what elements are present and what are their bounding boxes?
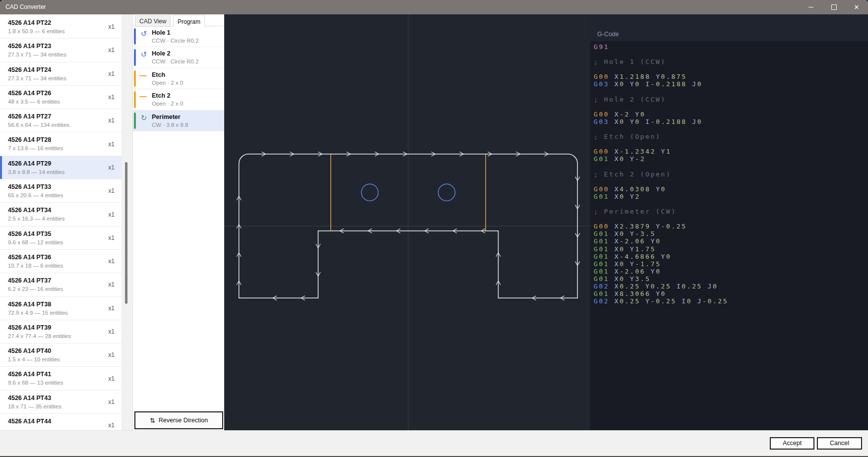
gcode-line <box>594 215 868 223</box>
cad-canvas[interactable] <box>224 14 590 430</box>
tab-cad-view[interactable]: CAD View <box>135 15 171 27</box>
gcode-line: G01 X-2.06 Y0 <box>594 237 868 245</box>
maximize-icon <box>831 4 837 10</box>
minimize-button[interactable] <box>800 0 822 14</box>
maximize-button[interactable] <box>822 0 845 14</box>
part-name: 4526 A14 PT37 <box>8 277 122 284</box>
part-dimensions: 72.9 x 4.9 — 15 entities <box>8 310 122 316</box>
app-window: CAD Converter ✕ 4526 A14 PT221.8 x 50.9 … <box>0 0 868 457</box>
operation-item[interactable]: Etch 2Open · 2 x 0 <box>133 89 224 110</box>
gcode-line: ; Etch 2 (Open) <box>594 171 868 178</box>
part-name: 4526 A14 PT29 <box>8 160 122 167</box>
gcode-line: G01 X8.3066 Y0 <box>594 290 868 297</box>
gcode-line: G00 X4.0308 Y0 <box>594 185 868 193</box>
gcode-line <box>594 103 868 111</box>
part-list-item[interactable]: 4526 A14 PT359.6 x 68 — 12 entitiesx1 <box>0 227 122 250</box>
part-quantity: x1 <box>108 187 115 194</box>
gcode-header: G-Code <box>597 31 619 38</box>
part-list-item[interactable]: 4526 A14 PT4318 x 71 — 35 entitiesx1 <box>0 391 122 414</box>
cancel-button[interactable]: Cancel <box>817 437 862 450</box>
part-quantity: x1 <box>108 211 115 218</box>
ccw-arrow-icon: ↺ <box>139 29 149 39</box>
gcode-line: G02 X0.25 Y-0.25 I0 J-0.25 <box>594 297 868 305</box>
part-dimensions: 6.2 x 23 — 16 entities <box>8 286 122 292</box>
part-quantity: x1 <box>108 375 115 382</box>
part-dimensions: 2.5 x 16.3 — 4 entities <box>8 216 122 222</box>
tab-program[interactable]: Program <box>173 15 205 27</box>
part-quantity: x1 <box>108 234 115 241</box>
operation-item[interactable]: ↻PerimeterCW · 3.8 x 8.8 <box>133 111 224 131</box>
operation-detail: CCW · Circle R0.2 <box>152 38 224 44</box>
part-name: 4526 A14 PT22 <box>8 19 122 26</box>
operation-color-bar <box>134 49 136 65</box>
gcode-line: ; Hole 2 (CCW) <box>594 96 868 103</box>
part-dimensions: 1.8 x 50.9 — 6 entities <box>8 28 122 34</box>
part-list-item[interactable]: 4526 A14 PT2427.3 x 71 — 34 entitiesx1 <box>0 62 122 86</box>
part-quantity: x1 <box>108 305 115 312</box>
part-list-item[interactable]: 4526 A14 PT3365 x 20.6 — 4 entitiesx1 <box>0 179 122 203</box>
part-list-item[interactable]: 4526 A14 PT2648 x 3.5 — 6 entitiesx1 <box>0 86 122 109</box>
part-name: 4526 A14 PT27 <box>8 113 122 120</box>
operation-item[interactable]: EtchOpen · 2 x 0 <box>133 68 224 89</box>
operation-item[interactable]: ↺Hole 2CCW · Circle R0.2 <box>133 47 224 68</box>
part-list-item[interactable]: 4526 A14 PT419.6 x 68 — 13 entitiesx1 <box>0 367 122 390</box>
operation-color-bar <box>134 91 136 108</box>
part-name: 4526 A14 PT35 <box>8 230 122 237</box>
part-list-item[interactable]: 4526 A14 PT44x1 <box>0 414 122 430</box>
part-dimensions: 7 x 13.6 — 16 entities <box>8 145 122 151</box>
parts-list: 4526 A14 PT221.8 x 50.9 — 6 entitiesx145… <box>0 14 122 430</box>
operation-item[interactable]: ↺Hole 1CCW · Circle R0.2 <box>133 26 224 47</box>
part-dimensions: 3.8 x 8.8 — 14 entities <box>8 169 122 175</box>
part-list-item[interactable]: 4526 A14 PT376.2 x 23 — 16 entitiesx1 <box>0 273 122 296</box>
etch-line-icon <box>139 75 147 76</box>
gcode-line <box>594 163 868 171</box>
hole-circle <box>438 184 455 201</box>
part-list-item[interactable]: 4526 A14 PT293.8 x 8.8 — 14 entitiesx1 <box>0 156 122 179</box>
hole-circle <box>362 184 378 201</box>
part-list-item[interactable]: 4526 A14 PT2327.3 x 71 — 34 entitiesx1 <box>0 39 122 62</box>
operation-color-bar <box>134 70 136 87</box>
close-button[interactable]: ✕ <box>845 0 868 14</box>
gcode-line <box>594 88 868 96</box>
title-bar: CAD Converter ✕ <box>0 0 868 14</box>
part-list-item[interactable]: 4526 A14 PT2756.6 x 64 — 134 entitiesx1 <box>0 109 122 132</box>
part-name: 4526 A14 PT41 <box>8 371 122 378</box>
part-dimensions: 18 x 71 — 35 entities <box>8 403 122 409</box>
cw-arrow-icon: ↻ <box>139 113 149 123</box>
operation-detail: Open · 2 x 0 <box>152 101 224 107</box>
accept-button[interactable]: Accept <box>770 437 814 450</box>
part-list-item[interactable]: 4526 A14 PT221.8 x 50.9 — 6 entitiesx1 <box>0 15 122 39</box>
gcode-panel: G-Code G91 ; Hole 1 (CCW) G00 X1.2188 Y0… <box>590 14 868 430</box>
part-list-item[interactable]: 4526 A14 PT401.5 x 4 — 10 entitiesx1 <box>0 343 122 367</box>
part-list-item[interactable]: 4526 A14 PT287 x 13.6 — 16 entitiesx1 <box>0 132 122 156</box>
part-list-item[interactable]: 4526 A14 PT342.5 x 16.3 — 4 entitiesx1 <box>0 203 122 226</box>
part-quantity: x1 <box>108 94 115 101</box>
gcode-line <box>594 178 868 185</box>
sidebar-scrollbar-track[interactable] <box>122 14 132 430</box>
gcode-line <box>594 65 868 73</box>
part-quantity: x1 <box>108 399 115 405</box>
gcode-line: G01 X-4.6866 Y0 <box>594 253 868 260</box>
part-list-item[interactable]: 4526 A14 PT3927.4 x 77.4 — 28 entitiesx1 <box>0 320 122 343</box>
gcode-line: G00 X1.2188 Y0.875 <box>594 73 868 80</box>
part-list-item[interactable]: 4526 A14 PT3610.7 x 18 — 6 entitiesx1 <box>0 250 122 273</box>
selected-indicator-bar <box>0 156 2 179</box>
part-quantity: x1 <box>108 422 115 429</box>
gcode-line: G00 X-1.2342 Y1 <box>594 148 868 155</box>
part-list-item[interactable]: 4526 A14 PT3872.9 x 4.9 — 15 entitiesx1 <box>0 297 122 320</box>
gcode-line: G03 X0 Y0 I-0.2188 J0 <box>594 118 868 125</box>
part-dimensions: 27.4 x 77.4 — 28 entities <box>8 333 122 339</box>
sidebar-scrollbar-thumb[interactable] <box>125 162 127 304</box>
gcode-line <box>594 51 868 58</box>
part-quantity: x1 <box>108 47 115 54</box>
operation-color-bar <box>134 113 136 129</box>
part-dimensions: 65 x 20.6 — 4 entities <box>8 192 122 198</box>
part-name: 4526 A14 PT33 <box>8 183 122 190</box>
part-dimensions: 1.5 x 4 — 10 entities <box>8 356 122 362</box>
reverse-direction-button[interactable]: ⇅ Reverse Direction <box>134 411 223 429</box>
program-panel: CAD View Program ↺Hole 1CCW · Circle R0.… <box>132 14 224 430</box>
gcode-body: G91 ; Hole 1 (CCW) G00 X1.2188 Y0.875G03… <box>590 41 868 430</box>
operation-name: Hole 1 <box>152 29 224 36</box>
gcode-line: G00 X2.3879 Y-0.25 <box>594 223 868 230</box>
close-icon: ✕ <box>854 4 860 10</box>
